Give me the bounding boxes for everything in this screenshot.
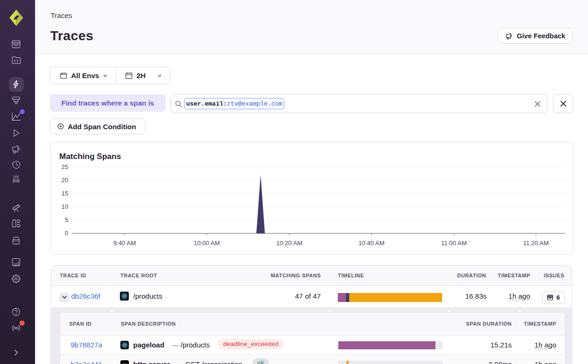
svg-text:11:20 AM: 11:20 AM <box>523 240 549 247</box>
svg-text:10:20 AM: 10:20 AM <box>276 240 302 247</box>
svg-text:10:00 AM: 10:00 AM <box>194 240 220 247</box>
svg-text:10:40 AM: 10:40 AM <box>359 240 385 247</box>
svg-text:25: 25 <box>62 163 68 170</box>
svg-text:9:40 AM: 9:40 AM <box>113 240 136 247</box>
svg-text:15: 15 <box>62 190 68 197</box>
svg-text:20: 20 <box>62 177 68 184</box>
svg-text:5: 5 <box>65 216 68 223</box>
svg-text:10: 10 <box>62 203 68 210</box>
svg-text:0: 0 <box>65 230 68 237</box>
svg-text:11:00 AM: 11:00 AM <box>441 240 467 247</box>
